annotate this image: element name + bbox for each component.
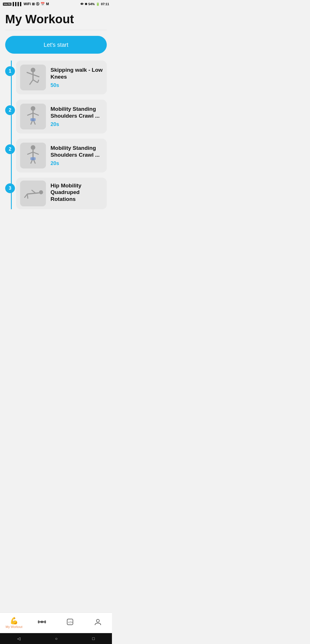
exercise-name-3: Mobility Standing Shoulders Crawl ... [51, 145, 103, 158]
exercise-info-3: Mobility Standing Shoulders Crawl ... 20… [51, 145, 103, 167]
exercise-thumb-3 [20, 143, 46, 168]
svg-line-6 [38, 80, 39, 83]
page-title: My Workout [5, 13, 107, 26]
svg-line-3 [33, 75, 39, 77]
signal-icon: ▌▌▌▌ [13, 2, 22, 6]
eye-icon: 👁 [80, 2, 84, 6]
svg-line-9 [27, 113, 33, 115]
exercise-duration-1: 50s [51, 82, 103, 88]
standing-figure-1 [22, 105, 44, 128]
exercise-name-4: Hip Mobility Quadruped Rotations [51, 182, 103, 203]
exercise-duration-2: 20s [51, 121, 103, 127]
exercise-thumb-4 [20, 181, 46, 206]
shazam-icon: Ⓢ [36, 2, 39, 7]
svg-rect-20 [30, 157, 36, 160]
exercise-card-1: Skipping walk - Low Knees 50s [16, 61, 107, 94]
status-bar: VoLTE ▌▌▌▌ WiFi ⊞ Ⓢ 📅 M 👁 ✱ 54% 🔋 07:11 [0, 0, 112, 8]
nfc-icon: ⊞ [32, 2, 35, 6]
start-button[interactable]: Let's start [5, 36, 107, 54]
status-left: VoLTE ▌▌▌▌ WiFi ⊞ Ⓢ 📅 M [3, 2, 49, 7]
exercise-card-2: Mobility Standing Shoulders Crawl ... 20… [16, 100, 107, 133]
step-circle-1: 1 [5, 66, 15, 76]
battery-percent: 54% [88, 2, 95, 6]
svg-line-22 [27, 193, 39, 194]
exercise-thumb-2 [20, 104, 46, 129]
status-right: 👁 ✱ 54% 🔋 07:11 [80, 2, 109, 6]
step-circle-3: 2 [5, 144, 15, 154]
exercise-item-2[interactable]: 2 Mobility Standing Shoulders [16, 100, 107, 133]
page-content: My Workout Let's start 1 [0, 8, 112, 209]
svg-point-14 [31, 145, 35, 150]
step-circle-2: 2 [5, 105, 15, 115]
exercise-item-3[interactable]: 2 Mobility Standing Shoulders Crawl ... [16, 139, 107, 172]
divider [5, 30, 107, 30]
hip-figure [22, 182, 44, 205]
exercise-info-4: Hip Mobility Quadruped Rotations [51, 182, 103, 205]
exercise-name-2: Mobility Standing Shoulders Crawl ... [51, 106, 103, 119]
bluetooth-icon: ✱ [85, 2, 87, 6]
exercise-card-4: Hip Mobility Quadruped Rotations [16, 178, 107, 209]
exercise-list: 1 [5, 61, 107, 209]
svg-line-10 [33, 113, 39, 115]
exercise-info-1: Skipping walk - Low Knees 50s [51, 67, 103, 89]
exercise-card-3: Mobility Standing Shoulders Crawl ... 20… [16, 139, 107, 172]
svg-line-5 [33, 80, 38, 83]
svg-point-0 [31, 68, 35, 72]
exercise-duration-3: 20s [51, 160, 103, 166]
svg-line-17 [33, 152, 39, 154]
wifi-icon: WiFi [24, 2, 31, 6]
svg-line-25 [27, 194, 28, 199]
svg-line-4 [30, 80, 33, 85]
svg-rect-13 [30, 118, 36, 121]
exercise-item-4[interactable]: 3 Hip Mobility Qu [16, 178, 107, 209]
skipping-figure [22, 66, 44, 89]
exercise-item-1[interactable]: 1 [16, 61, 107, 94]
svg-point-21 [39, 190, 43, 194]
standing-figure-2 [22, 144, 44, 167]
step-circle-4: 3 [5, 183, 15, 193]
volte-badge: VoLTE [3, 3, 11, 6]
exercise-thumb-1 [20, 65, 46, 90]
gmail-icon: M [46, 2, 49, 6]
calendar-icon: 📅 [40, 2, 45, 6]
svg-line-2 [27, 72, 33, 75]
time-display: 07:11 [101, 2, 109, 6]
svg-line-16 [27, 152, 33, 154]
battery-icon: 🔋 [96, 2, 100, 6]
svg-point-7 [31, 106, 35, 111]
exercise-name-1: Skipping walk - Low Knees [51, 67, 103, 80]
exercise-info-2: Mobility Standing Shoulders Crawl ... 20… [51, 106, 103, 128]
